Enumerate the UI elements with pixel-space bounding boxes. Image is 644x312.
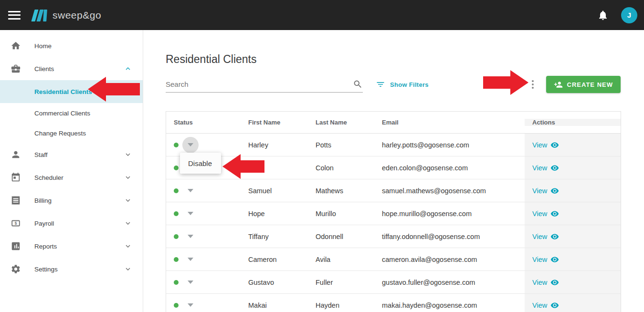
view-link[interactable]: View (532, 301, 559, 310)
first-name-cell: Hope (241, 202, 308, 225)
sidebar-item-scheduler[interactable]: Scheduler (0, 166, 143, 189)
svg-text:$: $ (15, 221, 17, 226)
email-cell: samuel.mathews@ogosense.com (374, 179, 525, 202)
sidebar-item-change-requests[interactable]: Change Requests (0, 123, 143, 143)
status-active-dot-icon (174, 303, 179, 308)
last-name-cell: Avila (308, 248, 374, 270)
view-link-label: View (532, 164, 547, 172)
sidebar-item-home[interactable]: Home (0, 34, 143, 57)
status-active-dot-icon (174, 166, 179, 170)
row-menu-button[interactable] (182, 251, 199, 268)
hamburger-menu-icon[interactable] (8, 11, 21, 20)
view-link-label: View (532, 279, 547, 286)
status-cell (166, 225, 241, 248)
sidebar-item-staff[interactable]: Staff (0, 143, 143, 166)
first-name-cell: Samuel (241, 179, 308, 202)
sidebar-item-payroll[interactable]: $ Payroll (0, 212, 143, 235)
more-options-kebab-icon[interactable] (527, 78, 538, 91)
sidebar-item-label: Residential Clients (34, 88, 92, 95)
actions-cell: View (525, 225, 621, 248)
eye-icon (550, 187, 559, 195)
sidebar-item-reports[interactable]: Reports (0, 235, 143, 258)
last-name-cell: Potts (308, 134, 374, 156)
chevron-down-icon (124, 219, 132, 228)
email-cell: hope.murillo@ogosense.com (374, 202, 525, 225)
receipt-icon (11, 195, 21, 206)
column-header-actions: Actions (525, 119, 621, 126)
status-active-dot-icon (174, 257, 179, 262)
last-name-cell: Fuller (308, 271, 374, 293)
row-menu-button[interactable] (182, 229, 199, 245)
row-menu-button[interactable] (182, 137, 199, 153)
view-link[interactable]: View (532, 187, 559, 195)
first-name-cell: Harley (241, 134, 308, 156)
sidebar-item-label: Commercial Clients (34, 110, 90, 117)
last-name-cell: Hayden (308, 294, 374, 312)
email-cell: tiffany.odonnell@ogosense.com (374, 225, 525, 248)
search-icon[interactable] (353, 79, 363, 89)
filter-icon (376, 80, 385, 89)
sidebar-item-label: Change Requests (34, 130, 86, 137)
status-active-dot-icon (174, 234, 179, 239)
table-row: Gustavo Fuller gustavo.fuller@ogosense.c… (166, 271, 621, 294)
view-link-label: View (532, 210, 547, 218)
status-active-dot-icon (174, 211, 179, 216)
first-name-cell: Gustavo (241, 271, 308, 293)
table-header: Status First Name Last Name Email Action… (166, 112, 621, 134)
view-link-label: View (532, 256, 547, 263)
user-avatar[interactable]: J (621, 7, 637, 23)
eye-icon (550, 232, 559, 241)
sidebar-item-residential-clients[interactable]: Residential Clients (0, 80, 143, 103)
caret-down-icon (188, 235, 193, 238)
table-row: Hope Murillo hope.murillo@ogosense.com V… (166, 202, 621, 225)
status-cell (166, 202, 241, 225)
first-name-cell: Cameron (241, 248, 308, 270)
sidebar-item-settings[interactable]: Settings (0, 258, 143, 281)
chevron-down-icon (124, 265, 132, 273)
view-link[interactable]: View (532, 141, 559, 149)
column-header-first-name: First Name (241, 119, 308, 126)
chevron-down-icon (124, 173, 132, 182)
email-cell: gustavo.fuller@ogosense.com (374, 271, 525, 293)
row-menu-button[interactable] (182, 274, 199, 291)
show-filters-button[interactable]: Show Filters (376, 80, 429, 89)
first-name-cell: Eden (241, 156, 308, 179)
chevron-down-icon (124, 196, 132, 205)
last-name-cell: Murillo (308, 202, 374, 225)
top-bar: sweep&go J (0, 0, 644, 30)
sidebar-item-billing[interactable]: Billing (0, 189, 143, 212)
view-link-label: View (532, 302, 547, 309)
view-link[interactable]: View (532, 164, 559, 172)
sidebar-item-label: Clients (34, 65, 54, 73)
sidebar-item-label: Reports (34, 243, 57, 250)
status-active-dot-icon (174, 143, 179, 147)
sidebar-item-commercial-clients[interactable]: Commercial Clients (0, 103, 143, 123)
search-input[interactable] (166, 80, 353, 88)
calendar-icon (11, 172, 21, 183)
status-cell (166, 294, 241, 312)
notifications-bell-icon[interactable] (597, 10, 609, 21)
row-menu-button[interactable] (182, 206, 199, 222)
column-header-last-name: Last Name (308, 119, 374, 126)
sidebar-item-clients[interactable]: Clients (0, 57, 143, 80)
dollar-box-icon: $ (11, 218, 21, 229)
actions-cell: View (525, 202, 621, 225)
status-active-dot-icon (174, 188, 179, 193)
actions-cell: View (525, 156, 621, 179)
view-link[interactable]: View (532, 255, 559, 264)
view-link[interactable]: View (532, 209, 559, 218)
disable-menu-item[interactable]: Disable (188, 159, 212, 167)
sidebar-item-label: Home (34, 42, 52, 50)
row-menu-popup: Disable (180, 153, 221, 174)
view-link[interactable]: View (532, 232, 559, 241)
brand-name: sweep&go (53, 10, 101, 21)
create-new-button[interactable]: CREATE NEW (546, 76, 621, 93)
row-menu-button[interactable] (182, 183, 199, 199)
view-link-label: View (532, 141, 547, 149)
eye-icon (550, 164, 559, 172)
row-menu-button[interactable] (182, 297, 199, 312)
last-name-cell: Colon (308, 156, 374, 179)
page-title: Residential Clients (166, 52, 621, 66)
view-link[interactable]: View (532, 278, 559, 287)
caret-down-icon (188, 258, 193, 261)
